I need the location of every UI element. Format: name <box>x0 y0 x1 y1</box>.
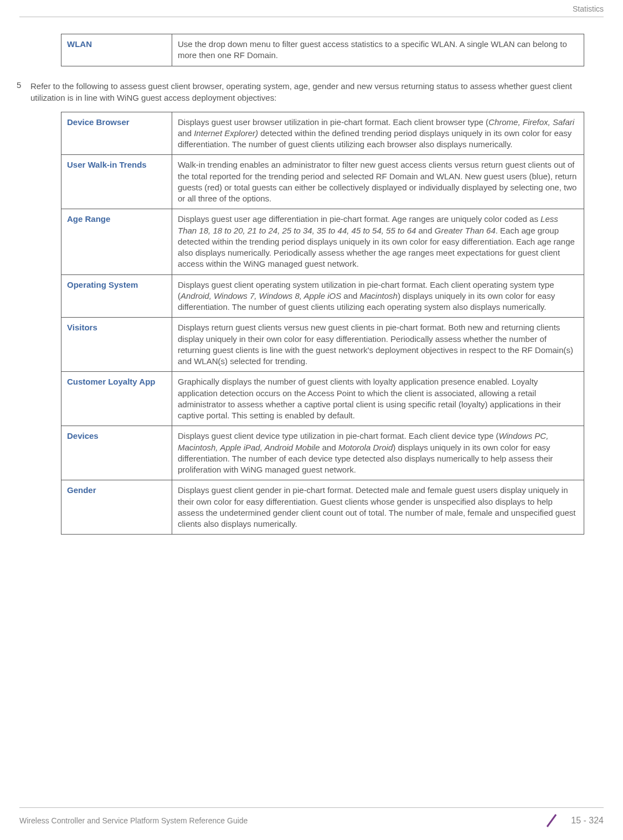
step-row: 5 Refer to the following to assess guest… <box>17 80 604 103</box>
svg-line-0 <box>547 815 556 827</box>
page-footer: Wireless Controller and Service Platform… <box>0 807 623 829</box>
row-desc: Walk-in trending enables an administrato… <box>172 155 584 209</box>
row-label: Age Range <box>61 209 172 274</box>
italic-text: Chrome, Firefox, Safari <box>488 117 574 127</box>
row-desc: Displays guest client device type utiliz… <box>172 426 584 480</box>
slash-icon <box>540 812 563 829</box>
footer-content: Wireless Controller and Service Platform… <box>19 812 604 829</box>
italic-text: Internet Explorer) <box>194 128 258 138</box>
footer-left-text: Wireless Controller and Service Platform… <box>19 816 248 825</box>
footer-right: 15 - 324 <box>540 812 604 829</box>
row-label: Devices <box>61 426 172 480</box>
table-row: VisitorsDisplays return guest clients ve… <box>61 318 584 372</box>
italic-text: Greater Than 64 <box>435 226 496 235</box>
row-desc: Displays return guest clients versus new… <box>172 318 584 372</box>
table-row: User Walk-in TrendsWalk-in trending enab… <box>61 155 584 209</box>
italic-text: Macintosh <box>360 291 398 300</box>
row-label: Operating System <box>61 274 172 318</box>
table-row: WLANUse the drop down menu to filter gue… <box>61 34 584 66</box>
row-desc: Displays guest user age differentiation … <box>172 209 584 274</box>
page-number: 15 - 324 <box>571 816 604 826</box>
table-row: Operating SystemDisplays guest client op… <box>61 274 584 318</box>
row-label: Visitors <box>61 318 172 372</box>
header-section-label: Statistics <box>0 0 623 15</box>
table-row: Device BrowserDisplays guest user browse… <box>61 112 584 155</box>
step-number: 5 <box>17 80 30 103</box>
row-label: WLAN <box>61 34 172 66</box>
row-desc: Displays guest client operating system u… <box>172 274 584 318</box>
statistics-table: Device BrowserDisplays guest user browse… <box>61 112 584 535</box>
italic-text: Android, Windows 7, Windows 8, Apple iOS <box>181 291 341 300</box>
row-desc: Use the drop down menu to filter guest a… <box>172 34 584 66</box>
table-row: DevicesDisplays guest client device type… <box>61 426 584 480</box>
row-desc: Displays guest user browser utilization … <box>172 112 584 155</box>
footer-divider <box>19 807 604 808</box>
row-desc: Displays guest client gender in pie-char… <box>172 480 584 535</box>
row-label: Gender <box>61 480 172 535</box>
page-content: WLANUse the drop down menu to filter gue… <box>0 34 623 535</box>
italic-text: Less Than 18, 18 to 20, 21 to 24, 25 to … <box>178 214 558 235</box>
table-row: GenderDisplays guest client gender in pi… <box>61 480 584 535</box>
wlan-table: WLANUse the drop down menu to filter gue… <box>61 34 584 66</box>
row-label: User Walk-in Trends <box>61 155 172 209</box>
header-divider <box>19 17 604 17</box>
row-desc: Graphically displays the number of guest… <box>172 372 584 426</box>
table-row: Customer Loyalty AppGraphically displays… <box>61 372 584 426</box>
row-label: Customer Loyalty App <box>61 372 172 426</box>
table-1-container: WLANUse the drop down menu to filter gue… <box>61 34 584 66</box>
step-text: Refer to the following to assess guest c… <box>30 80 604 103</box>
table-2-container: Device BrowserDisplays guest user browse… <box>61 112 584 535</box>
row-label: Device Browser <box>61 112 172 155</box>
italic-text: Motorola Droid <box>338 443 393 452</box>
table-row: Age RangeDisplays guest user age differe… <box>61 209 584 274</box>
